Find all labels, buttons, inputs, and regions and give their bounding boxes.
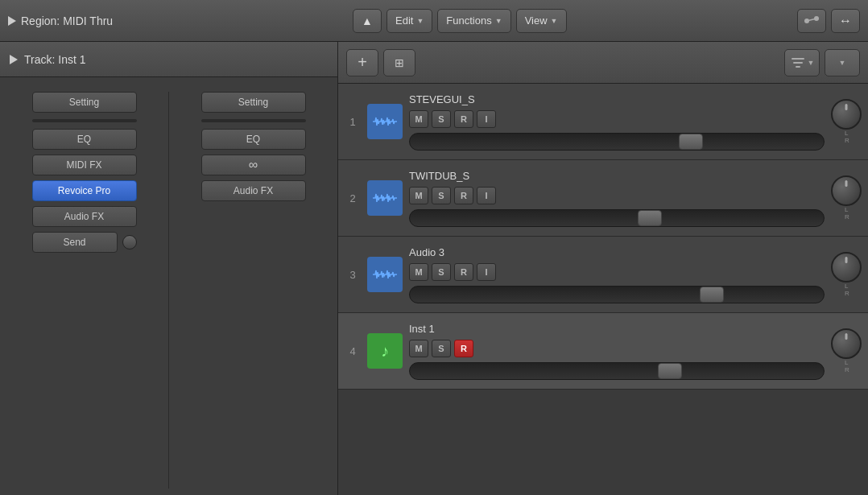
rec-button-1[interactable]: R [454, 110, 473, 128]
pan-area-2: L R [831, 175, 862, 221]
input-button-1[interactable]: I [477, 110, 496, 128]
mute-button-1[interactable]: M [409, 110, 428, 128]
pan-knob-2[interactable] [831, 175, 862, 206]
plus-square-icon: ⊞ [395, 56, 404, 69]
setting-slider-2[interactable] [201, 119, 306, 122]
send-knob[interactable] [122, 235, 137, 250]
track-fader-area-3 [409, 286, 825, 303]
left-col-2: Setting EQ ∞ Audio FX [169, 85, 337, 495]
pan-knob-1[interactable] [831, 99, 862, 130]
rec-button-4[interactable]: R [454, 340, 473, 357]
setting-button-2[interactable]: Setting [201, 92, 306, 113]
mute-button-3[interactable]: M [409, 263, 428, 281]
left-panel: Track: Inst 1 Setting EQ MIDI FX Revoice… [0, 42, 338, 495]
revoice-button[interactable]: Revoice Pro [32, 180, 137, 201]
mute-button-2[interactable]: M [409, 187, 428, 204]
link-button[interactable]: ∞ [201, 155, 306, 175]
link-icon: ∞ [249, 158, 258, 172]
audio-fx-button-2[interactable]: Audio FX [201, 180, 306, 201]
track-fader-area-1 [409, 133, 825, 151]
track-number-2: 2 [345, 192, 361, 204]
track-controls-4: M S R [409, 340, 825, 357]
eq-button-1[interactable]: EQ [32, 129, 137, 150]
fader-knob-3[interactable] [700, 287, 724, 303]
view-options-button[interactable]: ▼ [825, 49, 860, 76]
tracks-container: 1 STEVEGUI_S M S R I L [338, 84, 868, 495]
plus-icon: + [358, 53, 367, 72]
setting-button-1[interactable]: Setting [32, 92, 137, 113]
fader-knob-2[interactable] [638, 210, 662, 226]
solo-button-1[interactable]: S [432, 110, 451, 128]
track-icon-box-2[interactable] [367, 180, 403, 216]
fader-track-4[interactable] [409, 362, 825, 380]
fader-track-3[interactable] [409, 286, 825, 303]
solo-button-3[interactable]: S [432, 263, 451, 281]
waveform-icon-2 [373, 191, 397, 205]
track-number-4: 4 [345, 345, 361, 357]
pan-lr-label-1: L R [845, 130, 849, 144]
mixer-toolbar: + ⊞ ▼ ▼ [338, 42, 868, 84]
functions-label: Functions [446, 14, 491, 27]
eq-button-2[interactable]: EQ [201, 129, 306, 150]
track-icon-box-4[interactable]: ♪ [367, 333, 403, 369]
track-name-3: Audio 3 [409, 246, 825, 258]
view-label: View [525, 14, 548, 27]
up-arrow-icon: ▲ [362, 14, 373, 27]
solo-button-2[interactable]: S [432, 187, 451, 204]
add-track-button-2[interactable]: ⊞ [383, 49, 415, 76]
view-button[interactable]: View ▼ [516, 9, 567, 33]
send-button[interactable]: Send [32, 232, 118, 253]
input-button-2[interactable]: I [477, 187, 496, 204]
pan-knob-4[interactable] [831, 328, 862, 359]
waveform-icon-3 [373, 267, 397, 282]
region-triangle-icon[interactable] [8, 16, 16, 26]
track-controls-1: M S R I [409, 110, 825, 128]
pan-knob-3[interactable] [831, 252, 862, 283]
mixer-panel: + ⊞ ▼ ▼ 1 [338, 42, 868, 495]
filter-icon [790, 55, 806, 71]
audio-fx-button-1[interactable]: Audio FX [32, 206, 137, 227]
waveform-icon-1 [373, 114, 397, 129]
setting-slider-1[interactable] [32, 119, 137, 122]
track-icon-box-3[interactable] [367, 257, 403, 292]
pan-lr-label-3: L R [845, 283, 849, 297]
rec-button-3[interactable]: R [454, 263, 473, 281]
edit-button[interactable]: Edit ▼ [386, 9, 432, 33]
add-track-button[interactable]: + [346, 49, 378, 76]
view-options-icon: ▼ [839, 59, 846, 67]
track-label: Track: Inst 1 [0, 42, 337, 77]
track-controls-3: M S R I [409, 263, 825, 281]
track-icon-box-1[interactable] [367, 104, 403, 139]
track-row-1: 1 STEVEGUI_S M S R I L [338, 84, 868, 160]
instrument-icon-4: ♪ [381, 342, 389, 361]
input-button-3[interactable]: I [477, 263, 496, 281]
edit-caret-icon: ▼ [416, 17, 424, 25]
functions-button[interactable]: Functions ▼ [437, 9, 510, 33]
filter-caret-icon: ▼ [808, 59, 815, 67]
extra-button[interactable]: ↔ [831, 9, 860, 33]
track-row-2: 2 TWITDUB_S M S R I L [338, 160, 868, 237]
filter-button[interactable]: ▼ [784, 49, 820, 76]
node-icon-button[interactable] [797, 9, 826, 33]
track-name-2: TWITDUB_S [409, 170, 825, 182]
rec-button-2[interactable]: R [454, 187, 473, 204]
track-name-1: STEVEGUI_S [409, 93, 825, 105]
extra-icon: ↔ [839, 14, 852, 28]
track-number-3: 3 [345, 269, 361, 281]
fader-track-1[interactable] [409, 133, 825, 151]
up-arrow-button[interactable]: ▲ [353, 9, 382, 33]
pan-lr-label-4: L R [845, 359, 849, 373]
fader-knob-4[interactable] [658, 363, 682, 379]
track-fader-area-4 [409, 362, 825, 380]
fader-knob-1[interactable] [679, 134, 703, 150]
edit-label: Edit [395, 14, 413, 27]
track-triangle-icon[interactable] [10, 55, 18, 64]
track-fader-area-2 [409, 209, 825, 227]
solo-button-4[interactable]: S [432, 340, 451, 357]
track-controls-2: M S R I [409, 187, 825, 204]
view-caret-icon: ▼ [551, 17, 558, 25]
mute-button-4[interactable]: M [409, 340, 428, 357]
track-label-text: Track: Inst 1 [24, 53, 86, 66]
fader-track-2[interactable] [409, 209, 825, 227]
midi-fx-button[interactable]: MIDI FX [32, 155, 137, 175]
